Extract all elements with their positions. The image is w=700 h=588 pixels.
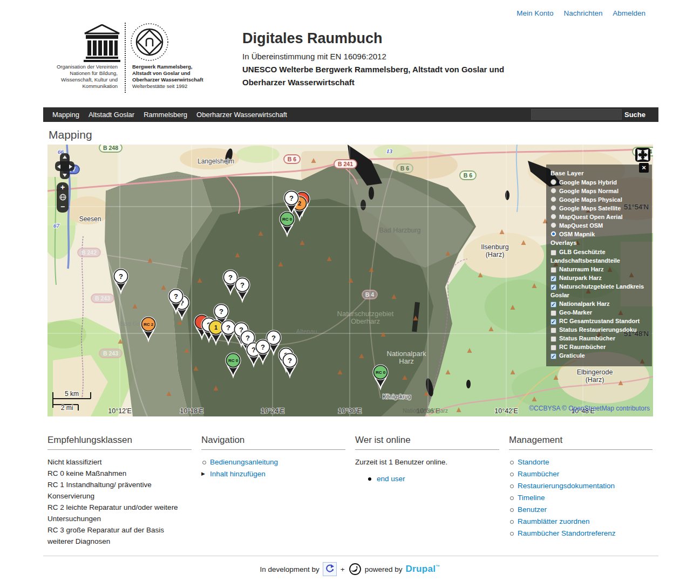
radio-icon[interactable] [551, 214, 556, 220]
layer-switcher-panel: Base Layer Google Maps HybridGoogle Maps… [546, 165, 652, 366]
bullet-icon [510, 484, 514, 488]
link-bedienungsanleitung[interactable]: Bedienungsanleitung [210, 458, 278, 466]
pan-down-icon[interactable] [63, 174, 67, 177]
map-label: Seesen [79, 215, 101, 223]
link-standorte[interactable]: Standorte [518, 458, 549, 466]
checkbox-icon[interactable]: ✓ [551, 353, 556, 359]
base-layer-option-osm-mapnik[interactable]: OSM Mapnik [551, 230, 648, 238]
overlay-option-rc-gesamtzustand-standort[interactable]: ✓RC Gesamtzustand Standort [551, 317, 648, 325]
svg-text:?: ? [226, 324, 230, 332]
pan-left-icon[interactable] [57, 165, 60, 169]
longitude-label: 10°12'E [108, 407, 132, 415]
checkbox-icon[interactable]: ✓ [551, 302, 556, 307]
base-layer-option-mapquest-open-aerial[interactable]: MapQuest Open Aerial [551, 213, 648, 221]
section-title-wer-ist-online: Wer ist online [355, 435, 499, 450]
link-abmelden[interactable]: Abmelden [613, 9, 645, 17]
base-layer-option-google-maps-satellite[interactable]: Google Maps Satellite [551, 204, 648, 213]
radio-icon[interactable] [551, 231, 556, 237]
overlay-option-naturraum-harz[interactable]: ✓Naturraum Harz [551, 265, 648, 274]
radio-icon[interactable] [551, 188, 556, 194]
fullscreen-button[interactable] [635, 148, 650, 162]
unesco-logo [84, 24, 120, 64]
link-benutzer[interactable]: Benutzer [518, 505, 547, 514]
map-label: Altenau [296, 328, 317, 334]
nav-item-mapping[interactable]: Mapping [52, 107, 79, 122]
link-end-user[interactable]: end user [377, 475, 405, 483]
radio-icon[interactable] [551, 205, 556, 211]
link-mein-konto[interactable]: Mein Konto [516, 9, 553, 17]
link-nachrichten[interactable]: Nachrichten [563, 9, 602, 17]
checkbox-icon[interactable]: ✓ [551, 250, 556, 256]
base-layer-option-google-maps-hybrid[interactable]: Google Maps Hybrid [551, 178, 648, 187]
road-badge: B 248 [99, 145, 122, 152]
checkbox-icon[interactable]: ✓ [551, 284, 556, 290]
overlay-option-naturpark-harz[interactable]: ✓Naturpark Harz [551, 274, 648, 282]
section-title-management: Management [509, 435, 653, 450]
checkbox-icon[interactable]: ✓ [551, 336, 556, 342]
checkbox-icon[interactable]: ✓ [551, 327, 556, 333]
map-canvas[interactable]: B 248B 6B 241B 6B 6B 244B 242B 243B 243B… [47, 145, 653, 416]
link-timeline[interactable]: Timeline [518, 494, 545, 502]
overlay-option-glb-geschützte-landschaftsbestandteile[interactable]: ✓GLB Geschützte Landschaftsbestandteile [551, 248, 648, 265]
overlay-option-rc-raumbücher[interactable]: ✓RC Raumbücher [551, 343, 648, 351]
radio-icon[interactable] [551, 196, 556, 202]
text-line: Nicht klassifiziert [47, 456, 192, 468]
unesco-caption: Organisation der Vereinten Nationen für … [53, 64, 118, 90]
overlay-option-status-raumbücher[interactable]: ✓Status Raumbücher [551, 334, 648, 343]
overlay-option-nationalpark-harz[interactable]: ✓Nationalpark Harz [551, 299, 648, 308]
page-title: Mapping [49, 128, 92, 141]
base-layer-option-google-maps-normal[interactable]: Google Maps Normal [551, 187, 648, 195]
pan-up-icon[interactable] [63, 155, 67, 159]
checkbox-icon[interactable]: ✓ [551, 276, 556, 282]
nav-item-altstadt-goslar[interactable]: Altstadt Goslar [89, 107, 134, 122]
svg-text:B 6: B 6 [400, 165, 410, 172]
link-raumblätter-zuordnen[interactable]: Raumblätter zuordnen [518, 517, 590, 525]
radio-icon[interactable] [551, 179, 556, 185]
checkbox-icon[interactable]: ✓ [551, 267, 556, 273]
link-raumbücher-standortreferenz[interactable]: Raumbücher Standortreferenz [518, 529, 616, 537]
checkbox-icon[interactable]: ✓ [551, 310, 556, 316]
checkbox-icon[interactable]: ✓ [551, 345, 556, 351]
search-input[interactable] [531, 109, 622, 120]
svg-text:?: ? [119, 272, 123, 281]
emblem-caption: Bergwerk Rammelsberg, Altstadt von Gosla… [132, 64, 203, 90]
link-restaurierungsdokumentation[interactable]: Restaurierungsdokumentation [518, 482, 615, 490]
base-layer-option-google-maps-physical[interactable]: Google Maps Physical [551, 195, 648, 204]
nav-item-rammelsberg[interactable]: Rammelsberg [144, 107, 187, 122]
bullet-icon [510, 461, 514, 464]
longitude-label: 10°18'E [180, 407, 203, 415]
search-button[interactable]: Suche [624, 107, 645, 122]
overlay-option-geo-marker[interactable]: ✓Geo-Marker [551, 308, 648, 317]
nav-item-oberharzer-wasserwirtschaft[interactable]: Oberharzer Wasserwirtschaft [196, 107, 287, 122]
collapsed-menu-icon[interactable]: ▶ [201, 468, 205, 480]
road-badge: B 6 [284, 155, 300, 163]
svg-text:B 4: B 4 [365, 291, 375, 298]
map-label: 2 mi [61, 404, 73, 412]
map-zoom-control[interactable]: + − [57, 182, 69, 213]
zoom-out-icon[interactable]: − [57, 202, 69, 211]
svg-text:RC 2: RC 2 [144, 322, 154, 327]
svg-text:B 242: B 242 [81, 249, 97, 256]
link-inhalt-hinzufügen[interactable]: Inhalt hinzufügen [210, 470, 266, 478]
world-heritage-emblem [130, 23, 169, 64]
zoom-in-icon[interactable]: + [57, 182, 69, 192]
zoom-world-icon[interactable] [57, 192, 69, 202]
section-management: ManagementStandorteRaumbücherRestaurieru… [509, 435, 653, 547]
overlay-option-graticule[interactable]: ✓Graticule [551, 351, 648, 360]
pan-right-icon[interactable] [69, 165, 72, 169]
svg-text:B 6: B 6 [288, 156, 297, 162]
map-pan-control[interactable] [55, 153, 74, 179]
svg-text:1: 1 [214, 324, 218, 331]
checkbox-icon[interactable]: ✓ [551, 319, 556, 325]
road-number: 67 [53, 222, 60, 229]
overlay-option-naturschutzgebiete-landkreis-goslar[interactable]: ✓Naturschutzgebiete Landkreis Goslar [551, 282, 648, 299]
overlay-option-status-restaurierungsdoku[interactable]: ✓Status Restaurierungsdoku [551, 325, 648, 334]
longitude-label: 10°36'E [416, 407, 440, 415]
svg-text:?: ? [228, 274, 233, 282]
layer-panel-close-icon[interactable]: × [639, 163, 649, 173]
radio-icon[interactable] [551, 222, 556, 228]
link-raumbücher[interactable]: Raumbücher [518, 470, 559, 478]
svg-text:B 243: B 243 [95, 295, 110, 302]
base-layer-option-mapquest-osm[interactable]: MapQuest OSM [551, 221, 648, 230]
base-layer-heading: Base Layer [551, 169, 648, 178]
